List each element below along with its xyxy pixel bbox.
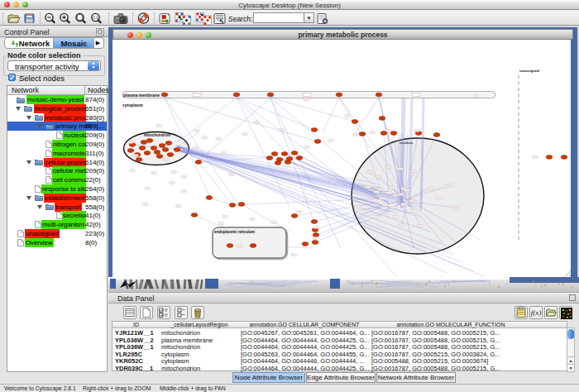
svg-text:plasma membrane: plasma membrane (123, 93, 160, 98)
svg-text:cytoplasm: cytoplasm (122, 103, 143, 108)
svg-text:f(x): f(x) (531, 308, 542, 317)
svg-text:unassigned: unassigned (519, 69, 539, 73)
svg-text:1:1: 1:1 (93, 16, 98, 20)
svg-text:mitochondrion: mitochondrion (144, 133, 170, 137)
svg-text:endoplasmic reticulum: endoplasmic reticulum (214, 230, 255, 234)
